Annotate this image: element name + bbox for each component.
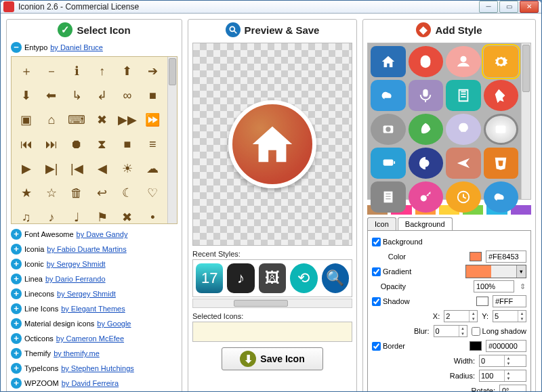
icon-beamed-note[interactable]: ♫ bbox=[14, 206, 38, 223]
icon-star-outline[interactable]: ☆ bbox=[39, 181, 63, 204]
blur-input[interactable]: ▲▼ bbox=[434, 325, 467, 337]
icon-set-row[interactable]: +Themify by themify.me bbox=[7, 346, 182, 361]
icon-set-row[interactable]: +Iconia by Fabio Duarte Martins bbox=[7, 242, 182, 257]
icon-arrow-up-thin[interactable]: ↑ bbox=[90, 60, 114, 83]
set-author-link[interactable]: by Google bbox=[97, 320, 131, 328]
background-checkbox[interactable]: Background bbox=[372, 238, 423, 246]
style-preset[interactable] bbox=[446, 80, 481, 111]
icon-set-row[interactable]: +Font Awesome by Dave Gandy bbox=[7, 227, 182, 242]
expand-icon[interactable]: + bbox=[11, 363, 22, 374]
icon-fast-forward[interactable]: ⏩ bbox=[141, 108, 165, 131]
set-author-link[interactable]: by Sergey Shmidt bbox=[57, 290, 116, 298]
expand-icon[interactable]: + bbox=[11, 274, 22, 284]
icon-arrow-up[interactable]: ⬆ bbox=[115, 60, 139, 83]
opacity-input[interactable] bbox=[474, 280, 514, 292]
icon-play-left[interactable]: ◀ bbox=[90, 157, 114, 180]
maximize-button[interactable]: ▭ bbox=[499, 1, 518, 13]
expand-icon[interactable]: + bbox=[11, 318, 22, 329]
icon-grid-scrollbar[interactable] bbox=[167, 57, 177, 223]
expand-icon[interactable]: + bbox=[11, 378, 22, 389]
style-preset[interactable] bbox=[409, 80, 444, 111]
set-author-link[interactable]: by Cameron McEfee bbox=[56, 334, 124, 343]
set-author-link[interactable]: by David Ferreira bbox=[62, 379, 119, 387]
icon-set-row[interactable]: +TypeIcons by Stephen Hutchings bbox=[7, 361, 182, 376]
icon-set-row[interactable]: +Iconic by Sergey Shmidt bbox=[7, 257, 182, 271]
icon-minus[interactable]: － bbox=[39, 60, 63, 83]
icon-record[interactable]: ⏺ bbox=[65, 133, 89, 156]
style-preset[interactable] bbox=[446, 181, 481, 213]
style-preset[interactable] bbox=[371, 114, 406, 145]
icon-rewind-start[interactable]: ⏮ bbox=[14, 133, 38, 156]
icon-stop[interactable]: ■ bbox=[115, 133, 139, 156]
expand-icon[interactable]: + bbox=[11, 259, 22, 269]
recent-style-item[interactable]: ⟲ bbox=[290, 263, 317, 293]
icon-tools[interactable]: ✖ bbox=[115, 206, 139, 223]
icon-sun[interactable]: ☀ bbox=[115, 157, 139, 180]
recent-style-item[interactable]: 🔍 bbox=[322, 263, 349, 293]
active-set-author[interactable]: by Daniel Bruce bbox=[50, 43, 103, 51]
icon-set-row[interactable]: +Octicons by Cameron McEfee bbox=[7, 331, 182, 346]
style-preset[interactable] bbox=[409, 181, 444, 213]
icon-cloud[interactable]: ☁ bbox=[141, 157, 165, 180]
style-preset[interactable] bbox=[484, 46, 519, 77]
active-set-row[interactable]: − Entypo by Daniel Bruce bbox=[7, 40, 182, 55]
style-preset[interactable] bbox=[446, 46, 481, 77]
tab-icon[interactable]: Icon bbox=[367, 217, 396, 230]
minimize-button[interactable]: ─ bbox=[479, 1, 498, 13]
tab-background[interactable]: Background bbox=[398, 217, 453, 230]
style-preset[interactable] bbox=[371, 148, 406, 179]
icon-arrow-down[interactable]: ⬇ bbox=[14, 84, 38, 107]
icon-arrow-left[interactable]: ⬅ bbox=[39, 84, 63, 107]
shadow-color-swatch[interactable] bbox=[476, 297, 488, 306]
border-width-input[interactable]: ▲▼ bbox=[479, 355, 526, 367]
icon-blank[interactable]: • bbox=[141, 206, 165, 223]
icon-back-arrow[interactable]: ↩ bbox=[90, 181, 114, 204]
icon-note[interactable]: ♪ bbox=[39, 206, 63, 223]
icon-home[interactable]: ⌂ bbox=[39, 108, 63, 131]
expand-icon[interactable]: + bbox=[11, 229, 22, 240]
recent-style-item[interactable]: ♪ bbox=[227, 263, 254, 293]
icon-forward[interactable]: ▶▶ bbox=[115, 108, 139, 131]
expand-icon[interactable]: + bbox=[11, 288, 22, 299]
recent-style-item[interactable]: 🖼 bbox=[259, 263, 286, 293]
set-author-link[interactable]: by Sergey Shmidt bbox=[47, 260, 106, 268]
recent-style-item[interactable]: 17 bbox=[196, 263, 223, 293]
icon-infinity[interactable]: ∞ bbox=[115, 84, 139, 107]
style-preset[interactable] bbox=[371, 46, 406, 77]
gradient-picker[interactable]: ▾ bbox=[465, 265, 526, 278]
set-author-link[interactable]: by Elegant Themes bbox=[61, 305, 125, 313]
collapse-icon[interactable]: − bbox=[11, 42, 22, 53]
set-author-link[interactable]: by Stephen Hutchings bbox=[61, 364, 134, 372]
style-preset[interactable] bbox=[484, 80, 519, 111]
icon-set-row[interactable]: +Material design icons by Google bbox=[7, 316, 182, 331]
icon-info[interactable]: ℹ bbox=[65, 60, 89, 83]
icon-hourglass[interactable]: ⧗ bbox=[90, 133, 114, 156]
style-preset[interactable] bbox=[409, 46, 444, 77]
longshadow-checkbox[interactable]: Long shadow bbox=[472, 327, 526, 336]
icon-keyboard[interactable]: ⌨ bbox=[65, 108, 89, 131]
icon-close[interactable]: ✖ bbox=[90, 108, 114, 131]
border-color-input[interactable] bbox=[486, 340, 526, 352]
icon-moon[interactable]: ☾ bbox=[115, 181, 139, 204]
icon-rewind-end[interactable]: ⏭ bbox=[39, 133, 63, 156]
shadow-x-input[interactable]: ▲▼ bbox=[444, 310, 478, 322]
set-author-link[interactable]: by Dario Ferrando bbox=[45, 275, 106, 283]
selected-icons-box[interactable] bbox=[192, 322, 352, 342]
recent-scrollbar[interactable] bbox=[192, 299, 352, 308]
style-preset[interactable] bbox=[484, 148, 519, 179]
gradient-checkbox[interactable]: Gradient bbox=[372, 267, 411, 276]
style-preset[interactable] bbox=[409, 114, 444, 145]
icon-note-2[interactable]: ♩ bbox=[65, 206, 89, 223]
close-button[interactable]: ✕ bbox=[520, 1, 539, 13]
titlebar[interactable]: Iconion 2.6 - Commercial License ─ ▭ ✕ bbox=[1, 1, 541, 14]
icon-star[interactable]: ★ bbox=[14, 181, 38, 204]
set-author-link[interactable]: by themify.me bbox=[54, 349, 100, 357]
shadow-color-input[interactable] bbox=[493, 295, 526, 307]
icon-text[interactable]: ≡ bbox=[141, 133, 165, 156]
icon-set-row[interactable]: +Linecons by Sergey Shmidt bbox=[7, 286, 182, 301]
set-author-link[interactable]: by Dave Gandy bbox=[77, 230, 128, 238]
expand-icon[interactable]: + bbox=[11, 348, 22, 359]
style-preset[interactable] bbox=[484, 181, 519, 213]
expand-icon[interactable]: + bbox=[11, 333, 22, 344]
icon-set-row[interactable]: +WPZOOM by David Ferreira bbox=[7, 376, 182, 391]
